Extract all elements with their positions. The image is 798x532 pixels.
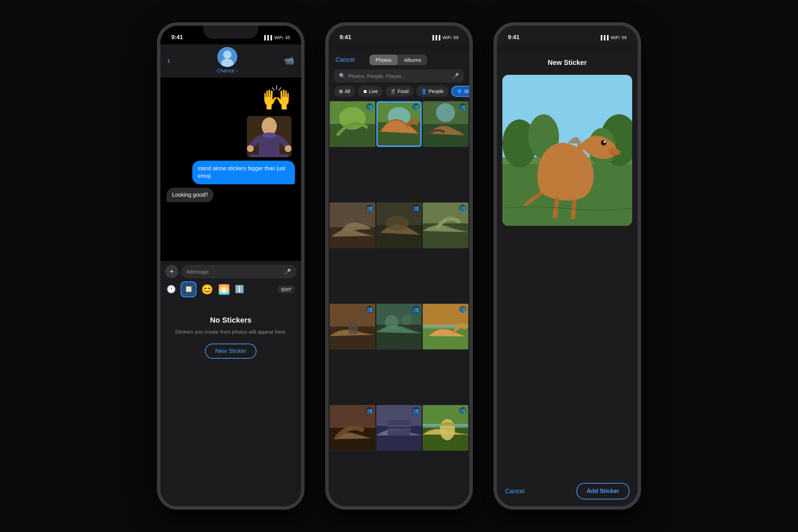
svg-rect-31 bbox=[349, 321, 358, 334]
photo-cell-6[interactable]: 👥 bbox=[423, 203, 468, 248]
phone-imessage: 9:41 ▐▐▐ WiFi 45 ‹ bbox=[157, 22, 305, 510]
new-sticker-footer: Cancel Add Sticker bbox=[497, 476, 638, 506]
filter-food[interactable]: 🍴 Food bbox=[385, 86, 413, 97]
status-time-3: 9:41 bbox=[508, 34, 520, 41]
photo-cell-5[interactable]: 👥 bbox=[376, 203, 422, 248]
status-icons-1: ▐▐▐ WiFi 45 bbox=[263, 35, 290, 40]
no-stickers-subtitle: Stickers you create from photos will app… bbox=[175, 328, 286, 335]
wifi-icon-1: WiFi bbox=[274, 35, 283, 40]
emoji-icon[interactable]: 😊 bbox=[201, 284, 213, 295]
filter-people[interactable]: 👤 People bbox=[416, 86, 448, 97]
photo-cell-12[interactable]: 👥 bbox=[423, 405, 468, 451]
filter-live[interactable]: ⏺ Live bbox=[358, 86, 383, 97]
back-button[interactable]: ‹ bbox=[167, 55, 170, 66]
message-header: ‹ Chance › 📹 bbox=[160, 44, 301, 78]
people-badge-11: 👥 bbox=[412, 407, 420, 414]
svg-point-34 bbox=[385, 315, 398, 329]
battery-icon-3: 59 bbox=[622, 35, 627, 40]
edit-button[interactable]: EDIT bbox=[278, 286, 295, 293]
video-call-button[interactable]: 📹 bbox=[284, 56, 294, 65]
filter-food-label: Food bbox=[398, 89, 409, 94]
filter-sticker-label: St bbox=[464, 89, 469, 94]
people-badge-9: 👥 bbox=[459, 306, 466, 313]
photo-icon[interactable]: 🌅 bbox=[218, 284, 230, 295]
people-badge-2: 👥 bbox=[412, 103, 420, 110]
people-badge-12: 👥 bbox=[459, 407, 466, 414]
svg-point-1 bbox=[223, 50, 231, 59]
photo-cell-8[interactable]: 👥 bbox=[376, 304, 422, 349]
input-placeholder: iMessage bbox=[187, 269, 209, 275]
photos-cancel-button[interactable]: Cancel bbox=[335, 56, 355, 63]
segment-control: Photos Albums bbox=[369, 55, 428, 65]
status-icons-3: ▐▐▐ WiFi 59 bbox=[599, 35, 627, 40]
search-icon: 🔍 bbox=[339, 73, 345, 79]
photo-grid: 👥 👥 bbox=[329, 100, 469, 506]
no-stickers-title: No Stickers bbox=[210, 316, 251, 325]
plus-button[interactable]: + bbox=[165, 265, 178, 278]
svg-rect-43 bbox=[388, 420, 410, 435]
new-sticker-cancel-button[interactable]: Cancel bbox=[505, 488, 524, 495]
bubble-left-1: Looking good!! bbox=[167, 188, 214, 202]
bubble-right-1: stand alone stickers bigger than just em… bbox=[192, 161, 295, 184]
svg-point-15 bbox=[339, 107, 366, 130]
clock-icon[interactable]: 🕐 bbox=[167, 285, 176, 294]
filter-stickers[interactable]: 🔷 St bbox=[451, 86, 469, 97]
sticker-tool-active[interactable]: 🔲 bbox=[181, 281, 196, 297]
signal-icon-1: ▐▐▐ bbox=[263, 35, 272, 40]
contact-name: Chance › bbox=[217, 68, 238, 73]
people-badge-8: 👥 bbox=[412, 306, 420, 313]
new-sticker-title: New Sticker bbox=[548, 59, 586, 66]
svg-point-9 bbox=[247, 145, 254, 152]
tab-photos[interactable]: Photos bbox=[369, 55, 398, 65]
filter-people-label: People bbox=[429, 89, 444, 94]
tab-albums[interactable]: Albums bbox=[398, 55, 427, 65]
signal-icon-3: ▐▐▐ bbox=[599, 35, 609, 40]
grid-icon: ⊞ bbox=[339, 89, 343, 94]
status-time-2: 9:41 bbox=[340, 34, 351, 41]
avatar bbox=[217, 47, 237, 67]
svg-point-49 bbox=[440, 419, 455, 440]
photo-cell-10[interactable]: 👥 bbox=[330, 405, 375, 451]
filter-live-label: Live bbox=[369, 89, 378, 94]
scene: 9:41 ▐▐▐ WiFi 45 ‹ bbox=[0, 0, 798, 532]
status-icons-2: ▐▐▐ WiFi 59 bbox=[431, 35, 458, 40]
food-icon: 🍴 bbox=[390, 89, 396, 94]
filter-all[interactable]: ⊞ All bbox=[334, 86, 355, 97]
svg-point-21 bbox=[436, 103, 455, 122]
people-badge-5: 👥 bbox=[412, 205, 420, 211]
svg-point-26 bbox=[386, 216, 408, 231]
people-badge-6: 👥 bbox=[459, 205, 466, 211]
spacer bbox=[497, 229, 638, 476]
photo-cell-1[interactable]: 👥 bbox=[330, 101, 375, 147]
signal-icon-2: ▐▐▐ bbox=[431, 35, 441, 40]
input-row: + iMessage 🎤 bbox=[165, 265, 296, 278]
wifi-icon-3: WiFi bbox=[611, 35, 620, 40]
sticker-preview-image bbox=[502, 75, 632, 226]
sticker-message-hands: 🙌 bbox=[262, 81, 292, 113]
photo-cell-2[interactable]: 👥 bbox=[376, 101, 422, 147]
new-sticker-button[interactable]: New Sticker bbox=[205, 344, 257, 359]
battery-icon-2: 59 bbox=[454, 35, 458, 40]
sticker-icon: 🔲 bbox=[184, 285, 193, 294]
photo-cell-4[interactable]: 👥 bbox=[330, 203, 375, 248]
search-bar[interactable]: 🔍 Photos, People, Places... 🎤 bbox=[334, 69, 464, 82]
svg-point-35 bbox=[401, 314, 412, 325]
battery-icon-1: 45 bbox=[285, 35, 290, 40]
photo-cell-3[interactable]: 👥 bbox=[423, 101, 468, 147]
top-dark-bar bbox=[329, 44, 469, 50]
status-bar-3: 9:41 ▐▐▐ WiFi 59 bbox=[497, 26, 638, 44]
people-badge-7: 👥 bbox=[366, 306, 373, 313]
photo-cell-11[interactable]: 👥 bbox=[376, 405, 422, 451]
photo-cell-9[interactable]: 👥 bbox=[423, 304, 468, 349]
info-icon[interactable]: ℹ️ bbox=[235, 285, 244, 294]
add-sticker-button[interactable]: Add Sticker bbox=[577, 483, 629, 499]
imessage-input[interactable]: iMessage 🎤 bbox=[182, 265, 296, 278]
contact-info[interactable]: Chance › bbox=[217, 47, 238, 73]
svg-point-57 bbox=[601, 140, 606, 146]
no-stickers-panel: No Stickers Stickers you create from pho… bbox=[160, 302, 301, 506]
sticker-filter-icon: 🔷 bbox=[457, 89, 463, 94]
live-icon: ⏺ bbox=[363, 89, 367, 94]
people-badge-10: 👥 bbox=[366, 407, 373, 414]
photo-cell-7[interactable]: 👥 bbox=[330, 304, 375, 349]
mic-icon: 🎤 bbox=[284, 268, 291, 275]
